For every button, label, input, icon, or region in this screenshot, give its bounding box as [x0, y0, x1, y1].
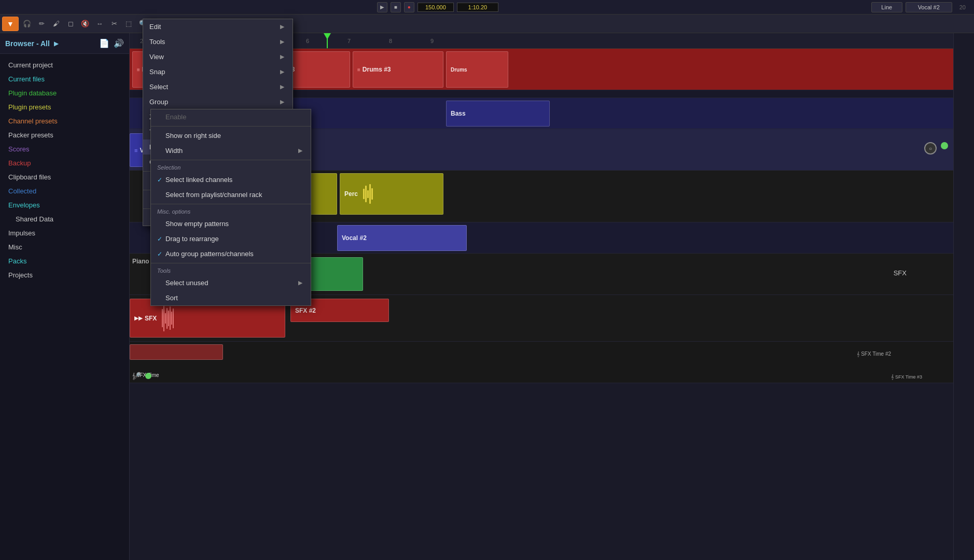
submenu-select-linked[interactable]: ✓ Select linked channels: [151, 172, 311, 187]
submenu-width-arrow: ▶: [298, 147, 302, 154]
menu-select-arrow: ▶: [280, 83, 284, 90]
submenu-drag-rearrange[interactable]: ✓ Drag to rearrange: [151, 231, 311, 246]
menu-group-arrow: ▶: [280, 99, 284, 105]
submenu-show-empty[interactable]: Show empty patterns: [151, 216, 311, 231]
submenu-drag-check: ✓: [157, 235, 165, 243]
menu-edit-label: Edit: [149, 23, 161, 31]
menu-tools-arrow: ▶: [280, 38, 284, 45]
menu-item-snap[interactable]: Snap ▶: [143, 64, 293, 79]
menu-snap-label: Snap: [149, 68, 165, 76]
menu-view-arrow: ▶: [280, 53, 284, 60]
submenu-enable-item[interactable]: Enable: [151, 109, 311, 124]
submenu-sep-3: [151, 204, 311, 204]
submenu-picker: Enable Show on right side Width ▶ Select…: [150, 109, 311, 306]
submenu-select-from-label: Select from playlist/channel rack: [165, 191, 262, 199]
submenu-width[interactable]: Width ▶: [151, 143, 311, 158]
menu-view-label: View: [149, 53, 164, 61]
submenu-sep-4: [151, 263, 311, 263]
context-menu-overlay[interactable]: Edit ▶ Tools ▶ View ▶ Snap ▶ Select ▶ Gr…: [0, 0, 974, 560]
menu-item-view[interactable]: View ▶: [143, 49, 293, 64]
submenu-drag-label: Drag to rearrange: [165, 235, 219, 243]
submenu-select-from[interactable]: Select from playlist/channel rack: [151, 187, 311, 202]
submenu-show-empty-label: Show empty patterns: [165, 220, 229, 228]
submenu-select-linked-check: ✓: [157, 176, 165, 184]
submenu-select-unused[interactable]: Select unused ▶: [151, 275, 311, 290]
submenu-sep-1: [151, 126, 311, 127]
submenu-show-right[interactable]: Show on right side: [151, 128, 311, 143]
submenu-enable-label: Enable: [165, 113, 186, 121]
submenu-section-selection: Selection: [151, 162, 311, 172]
menu-item-group[interactable]: Group ▶: [143, 94, 293, 109]
submenu-select-linked-label: Select linked channels: [165, 176, 232, 184]
submenu-show-right-label: Show on right side: [165, 132, 221, 139]
menu-item-select[interactable]: Select ▶: [143, 79, 293, 94]
menu-snap-arrow: ▶: [280, 68, 284, 75]
submenu-width-label: Width: [165, 147, 183, 155]
submenu-auto-group-label: Auto group patterns/channels: [165, 250, 254, 258]
submenu-sort[interactable]: Sort: [151, 290, 311, 305]
menu-edit-arrow: ▶: [280, 23, 284, 30]
menu-tools-label: Tools: [149, 38, 165, 46]
submenu-sort-label: Sort: [165, 294, 178, 302]
submenu-auto-group[interactable]: ✓ Auto group patterns/channels: [151, 246, 311, 261]
submenu-section-misc: Misc. options: [151, 206, 311, 216]
submenu-select-unused-arrow: ▶: [298, 279, 302, 286]
submenu-select-unused-label: Select unused: [165, 279, 208, 287]
menu-select-label: Select: [149, 83, 168, 91]
submenu-section-tools: Tools: [151, 265, 311, 275]
menu-item-edit[interactable]: Edit ▶: [143, 19, 293, 34]
submenu-sep-2: [151, 160, 311, 160]
submenu-auto-group-check: ✓: [157, 250, 165, 258]
menu-group-label: Group: [149, 98, 168, 106]
menu-item-tools[interactable]: Tools ▶: [143, 34, 293, 49]
